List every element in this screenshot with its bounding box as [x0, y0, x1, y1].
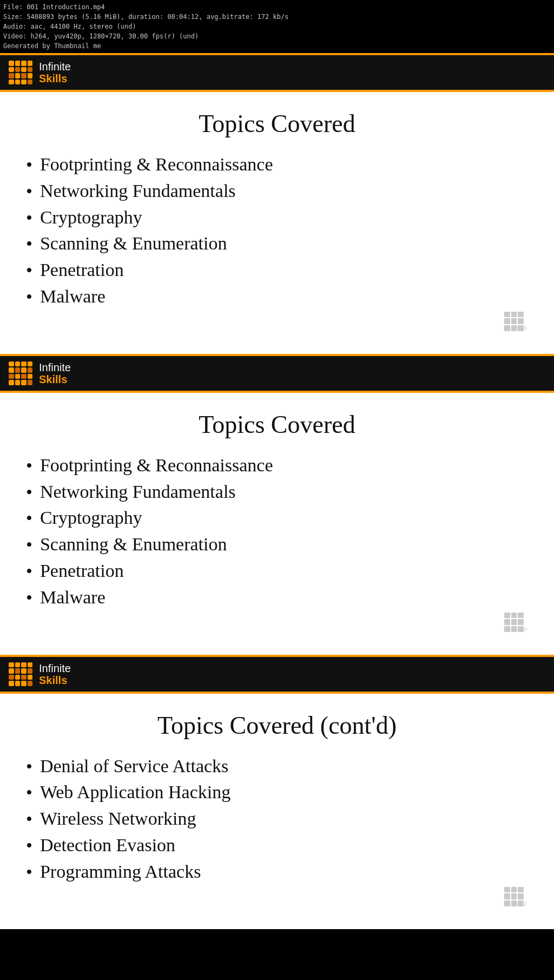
meta-line4: Video: h264, yuv420p, 1280×720, 30.00 fp… — [3, 31, 551, 41]
list-item: •Detection Evasion — [26, 835, 528, 857]
bullet-dot: • — [26, 286, 32, 308]
logo-bar-1: Infinite Skills — [0, 53, 554, 92]
bullet-dot: • — [26, 455, 32, 477]
bullet-dot: • — [26, 482, 32, 504]
bullet-dot: • — [26, 835, 32, 857]
timecode-2: 00:01:40 — [504, 627, 527, 632]
list-item-text: Malware — [40, 286, 105, 307]
bullet-list-1: •Footprinting & Reconnaissance•Networkin… — [26, 154, 528, 308]
meta-line5: Generated by Thumbnail me — [3, 41, 551, 51]
list-item-text: Denial of Service Attacks — [40, 756, 228, 777]
list-item: •Penetration — [26, 260, 528, 282]
list-item-text: Scanning & Enumeration — [40, 534, 227, 555]
timecode-3: 00:01:52 — [504, 901, 527, 906]
list-item: •Footprinting & Reconnaissance — [26, 154, 528, 176]
bullet-dot: • — [26, 561, 32, 583]
list-item: •Scanning & Enumeration — [26, 534, 528, 556]
list-item-text: Penetration — [40, 561, 124, 581]
list-item-text: Footprinting & Reconnaissance — [40, 154, 273, 175]
list-item-text: Malware — [40, 587, 105, 608]
logo-icon-3 — [9, 662, 32, 686]
bullet-dot: • — [26, 233, 32, 255]
slide-2: Topics Covered •Footprinting & Reconnais… — [0, 393, 554, 655]
list-item-text: Scanning & Enumeration — [40, 233, 227, 254]
bullet-dot: • — [26, 587, 32, 609]
list-item-text: Wireless Networking — [40, 808, 196, 829]
logo-text-3: Infinite Skills — [39, 662, 71, 686]
list-item: •Denial of Service Attacks — [26, 756, 528, 778]
logo-bar-3: Infinite Skills — [0, 655, 554, 694]
logo-icon-1 — [9, 61, 32, 84]
bullet-dot: • — [26, 861, 32, 884]
list-item-text: Detection Evasion — [40, 835, 175, 856]
list-item: •Malware — [26, 286, 528, 308]
list-item: •Footprinting & Reconnaissance — [26, 455, 528, 477]
list-item-text: Footprinting & Reconnaissance — [40, 455, 273, 476]
list-item: •Cryptography — [26, 207, 528, 229]
logo-skills-1: Skills — [39, 73, 71, 84]
list-item-text: Networking Fundamentals — [40, 181, 236, 201]
list-item: •Web Application Hacking — [26, 782, 528, 804]
logo-skills-3: Skills — [39, 674, 71, 686]
bullet-list-2: •Footprinting & Reconnaissance•Networkin… — [26, 455, 528, 609]
logo-text-2: Infinite Skills — [39, 361, 71, 385]
bullet-dot: • — [26, 756, 32, 778]
logo-skills-2: Skills — [39, 373, 71, 385]
bullet-dot: • — [26, 207, 32, 229]
list-item-text: Programming Attacks — [40, 861, 201, 882]
list-item-text: Web Application Hacking — [40, 782, 230, 803]
bullet-dot: • — [26, 508, 32, 530]
list-item-text: Penetration — [40, 260, 124, 280]
bullet-dot: • — [26, 534, 32, 556]
logo-infinite-1: Infinite — [39, 61, 71, 73]
slide-title-1: Topics Covered — [26, 109, 528, 138]
list-item: •Networking Fundamentals — [26, 181, 528, 203]
list-item: •Scanning & Enumeration — [26, 233, 528, 255]
list-item-text: Cryptography — [40, 508, 142, 528]
logo-icon-2 — [9, 361, 32, 385]
list-item: •Networking Fundamentals — [26, 482, 528, 504]
list-item-text: Networking Fundamentals — [40, 482, 236, 502]
slide-title-3: Topics Covered (cont'd) — [26, 711, 528, 740]
logo-infinite-3: Infinite — [39, 662, 71, 674]
slide-1: Topics Covered •Footprinting & Reconnais… — [0, 92, 554, 354]
logo-bar-2: Infinite Skills — [0, 354, 554, 393]
bullet-list-3: •Denial of Service Attacks•Web Applicati… — [26, 756, 528, 884]
meta-line2: Size: 5408893 bytes (5.16 MiB), duration… — [3, 12, 551, 22]
list-item-text: Cryptography — [40, 207, 142, 228]
list-item: •Penetration — [26, 561, 528, 583]
logo-text-1: Infinite Skills — [39, 61, 71, 84]
timecode-1: 00:00:56 — [504, 326, 527, 331]
meta-line3: Audio: aac, 44100 Hz, stereo (und) — [3, 22, 551, 31]
slide-3: Topics Covered (cont'd) •Denial of Servi… — [0, 694, 554, 929]
slide-title-2: Topics Covered — [26, 410, 528, 439]
bullet-dot: • — [26, 808, 32, 831]
list-item: •Programming Attacks — [26, 861, 528, 884]
bullet-dot: • — [26, 181, 32, 203]
logo-infinite-2: Infinite — [39, 361, 71, 373]
bullet-dot: • — [26, 782, 32, 804]
list-item: •Cryptography — [26, 508, 528, 530]
bullet-dot: • — [26, 260, 32, 282]
meta-line1: File: 001 Introduction.mp4 — [3, 2, 551, 12]
meta-bar: File: 001 Introduction.mp4 Size: 5408893… — [0, 0, 554, 53]
list-item: •Wireless Networking — [26, 808, 528, 831]
list-item: •Malware — [26, 587, 528, 609]
bullet-dot: • — [26, 154, 32, 176]
